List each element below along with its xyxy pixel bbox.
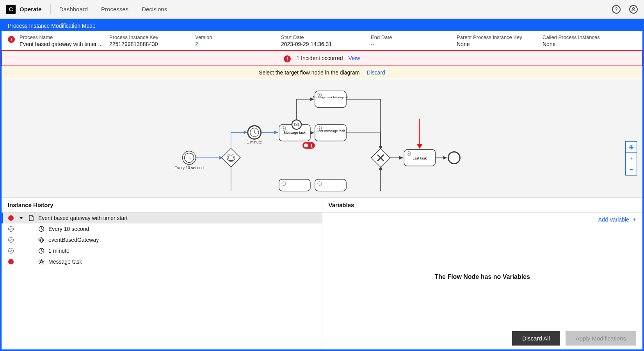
svg-rect-36	[279, 179, 310, 191]
svg-text:After message task: After message task	[317, 129, 345, 133]
modification-frame: Process Instance Modification Mode ! Pro…	[0, 19, 644, 351]
svg-text:Last task: Last task	[413, 156, 427, 160]
gear-icon	[38, 259, 44, 265]
node-start-event[interactable]: Every 10 second	[174, 151, 203, 170]
svg-text:1 minute: 1 minute	[247, 140, 262, 144]
nav-processes[interactable]: Processes	[101, 6, 128, 12]
diagram-zoom-out-button[interactable]: −	[625, 164, 637, 176]
nav-dashboard[interactable]: Dashboard	[59, 6, 88, 12]
app-logo: C	[6, 5, 16, 14]
error-status-icon	[8, 215, 14, 221]
label-version: Version	[195, 34, 277, 40]
svg-text:Message task interrupted: Message task interrupted	[313, 96, 348, 99]
svg-marker-48	[417, 144, 422, 149]
label-called: Called Process Instances	[543, 34, 613, 40]
modification-alert: Select the target flow node in the diagr…	[2, 66, 642, 79]
error-badge-icon: !	[8, 36, 15, 43]
node-event-gateway[interactable]	[222, 148, 240, 167]
node-partial-2[interactable]	[315, 179, 346, 191]
document-icon	[28, 215, 34, 221]
history-row-label: Event based gateway with timer start	[38, 215, 128, 221]
alert-error-icon: !	[284, 55, 291, 62]
app-name: Operate	[20, 6, 42, 12]
caret-down-icon[interactable]	[18, 215, 24, 221]
svg-rect-7	[222, 148, 240, 167]
bpmn-diagram[interactable]: Every 10 second 1 minute Mes	[2, 79, 642, 197]
history-row-label: Every 10 second	[48, 226, 89, 232]
timer-icon	[38, 226, 44, 232]
value-version[interactable]: 2	[195, 41, 277, 47]
label-parent-key: Parent Process Instance Key	[457, 34, 539, 40]
value-instance-key: 2251799813888430	[109, 41, 191, 47]
svg-text:!: !	[306, 144, 307, 147]
svg-point-50	[448, 152, 460, 164]
node-after-message-task[interactable]: After message task	[315, 124, 346, 141]
incident-alert: ! 1 Incident occurred View	[2, 50, 642, 66]
history-row-label: 1 minute	[48, 248, 69, 254]
history-row-label: eventBasedGateway	[48, 237, 99, 243]
svg-text:Message task: Message task	[284, 131, 306, 135]
history-row[interactable]: Message task	[2, 256, 322, 267]
svg-point-53	[40, 239, 43, 241]
help-icon[interactable]: ?	[612, 5, 621, 14]
node-end-event[interactable]	[448, 152, 460, 164]
variables-panel: Variables Add Variable + The Flow Node h…	[322, 197, 643, 349]
history-row[interactable]: Event based gateway with timer start	[2, 213, 322, 223]
modification-text: Select the target flow node in the diagr…	[259, 69, 359, 76]
variables-empty-text: The Flow Node has no Variables	[322, 227, 643, 327]
diagram-zoom-in-button[interactable]: +	[625, 152, 637, 164]
history-row[interactable]: Every 10 second	[2, 223, 322, 234]
value-start-date: 2023-09-29 14:36:31	[281, 41, 367, 47]
node-exclusive-gateway[interactable]	[371, 148, 390, 167]
history-title: Instance History	[2, 198, 322, 213]
node-message-task-interrupted[interactable]: Message task interrupted	[313, 91, 348, 107]
mode-banner: Process Instance Modification Mode	[2, 20, 642, 31]
add-variable-button[interactable]: Add Variable +	[598, 216, 636, 223]
history-tree: Event based gateway with timer startEver…	[2, 213, 322, 349]
svg-point-18	[283, 128, 285, 129]
plus-icon: +	[633, 216, 636, 223]
instance-history-panel: Instance History Event based gateway wit…	[2, 197, 322, 349]
ok-status-icon	[8, 248, 14, 254]
label-end-date: End Date	[371, 34, 453, 40]
error-status-icon	[8, 259, 14, 265]
label-start-date: Start Date	[281, 34, 367, 40]
svg-point-0	[633, 7, 635, 9]
label-instance-key: Process Instance Key	[109, 34, 191, 40]
ok-status-icon	[8, 226, 14, 232]
diagram-reset-button[interactable]: ⊕	[625, 141, 637, 153]
value-called: None	[543, 41, 613, 47]
incident-count-badge[interactable]: ! 1	[302, 142, 315, 149]
node-timer-1min[interactable]: 1 minute	[247, 126, 262, 144]
nav-decisions[interactable]: Decisions	[142, 6, 167, 12]
incident-view-link[interactable]: View	[348, 55, 360, 61]
history-row[interactable]: eventBasedGateway	[2, 234, 322, 245]
app-header: C Operate Dashboard Processes Decisions …	[0, 0, 644, 19]
svg-text:1: 1	[310, 144, 313, 148]
apply-modifications-button: Apply Modifications	[566, 331, 636, 346]
history-row[interactable]: 1 minute	[2, 245, 322, 256]
ok-status-icon	[8, 237, 14, 243]
label-process-name: Process Name	[20, 34, 105, 40]
modification-discard-link[interactable]: Discard	[366, 69, 385, 76]
variables-title: Variables	[322, 198, 643, 213]
value-parent-key: None	[457, 41, 539, 47]
svg-text:Every 10 second: Every 10 second	[174, 166, 203, 170]
svg-point-45	[408, 153, 409, 154]
timer-icon	[38, 248, 44, 254]
instance-info-bar: ! Process NameEvent based gateway with t…	[2, 31, 642, 50]
incident-text: 1 Incident occurred	[296, 55, 343, 61]
user-icon[interactable]	[629, 5, 638, 14]
value-process-name: Event based gateway with timer ...	[20, 41, 105, 47]
svg-rect-38	[315, 179, 346, 191]
gateway-icon	[38, 237, 44, 243]
divider	[50, 4, 51, 14]
svg-rect-52	[39, 237, 44, 243]
node-partial-1[interactable]	[279, 179, 310, 191]
history-row-label: Message task	[48, 259, 82, 265]
value-end-date: --	[371, 41, 453, 47]
node-last-task[interactable]: Last task	[404, 150, 435, 166]
discard-all-button[interactable]: Discard All	[512, 331, 560, 346]
svg-point-55	[40, 261, 43, 263]
